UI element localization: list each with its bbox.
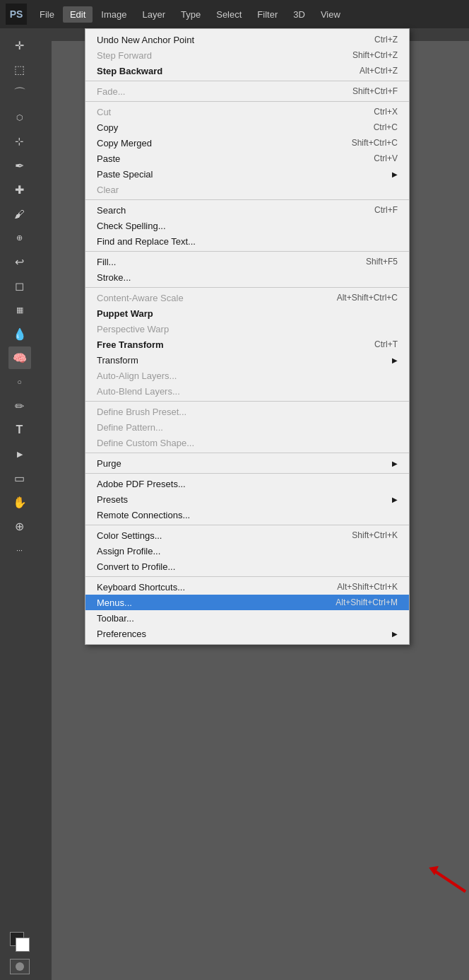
separator-4	[85, 251, 409, 252]
menu-item-search[interactable]: Search Ctrl+F	[85, 202, 409, 218]
tool-healing[interactable]: ✚	[8, 178, 31, 201]
tool-pen[interactable]: ✏	[8, 395, 31, 417]
menu-item-clear[interactable]: Clear	[85, 182, 409, 197]
menu-item-step-forward[interactable]: Step Forward Shift+Ctrl+Z	[85, 47, 409, 63]
menu-item-copy[interactable]: Copy Ctrl+C	[85, 119, 409, 135]
separator-7	[85, 453, 409, 453]
menu-bar: PS File Edit Image Layer Type Select Fil…	[0, 0, 469, 28]
menu-item-paste-special[interactable]: Paste Special ▶	[85, 166, 409, 182]
separator-2	[85, 101, 409, 102]
tool-blur[interactable]: 💧	[8, 322, 31, 345]
menu-item-define-brush[interactable]: Define Brush Preset...	[85, 404, 409, 419]
menu-image[interactable]: Image	[94, 6, 133, 23]
menu-item-auto-blend-layers[interactable]: Auto-Blend Layers...	[85, 383, 409, 399]
menu-item-toolbar[interactable]: Toolbar...	[85, 610, 409, 626]
tool-neural[interactable]: 🧠	[8, 346, 31, 369]
menu-item-assign-profile[interactable]: Assign Profile...	[85, 543, 409, 559]
menu-3d[interactable]: 3D	[286, 6, 312, 23]
menu-item-fill[interactable]: Fill... Shift+F5	[85, 254, 409, 269]
menu-bar-items: File Edit Image Layer Type Select Filter…	[32, 6, 348, 23]
menu-item-copy-merged[interactable]: Copy Merged Shift+Ctrl+C	[85, 135, 409, 151]
tool-move[interactable]: ✛	[8, 34, 31, 57]
tool-type[interactable]: T	[8, 419, 31, 441]
menu-item-check-spelling[interactable]: Check Spelling...	[85, 218, 409, 233]
tool-shape[interactable]: ▭	[8, 467, 31, 489]
separator-6	[85, 401, 409, 402]
menu-item-fade[interactable]: Fade... Shift+Ctrl+F	[85, 83, 409, 99]
menu-item-perspective-warp[interactable]: Perspective Warp	[85, 321, 409, 337]
menu-item-define-custom-shape[interactable]: Define Custom Shape...	[85, 435, 409, 450]
menu-item-purge[interactable]: Purge ▶	[85, 455, 409, 471]
tool-gradient[interactable]: ▦	[8, 298, 31, 321]
tool-clone[interactable]: ⊕	[8, 226, 31, 249]
menu-item-color-settings[interactable]: Color Settings... Shift+Ctrl+K	[85, 527, 409, 543]
menu-item-paste[interactable]: Paste Ctrl+V	[85, 151, 409, 166]
tool-eyedropper[interactable]: ✒	[8, 154, 31, 177]
ruler-vertical	[39, 41, 52, 980]
menu-item-define-pattern[interactable]: Define Pattern...	[85, 419, 409, 435]
menu-item-remote-connections[interactable]: Remote Connections...	[85, 507, 409, 523]
app-logo: PS	[6, 4, 27, 25]
tool-crop[interactable]: ⊹	[8, 130, 31, 153]
tool-mask[interactable]	[10, 959, 30, 974]
menu-item-auto-align-layers[interactable]: Auto-Align Layers...	[85, 368, 409, 383]
tool-quick-select[interactable]: ⬡	[8, 106, 31, 129]
menu-item-keyboard-shortcuts[interactable]: Keyboard Shortcuts... Alt+Shift+Ctrl+K	[85, 579, 409, 595]
tool-hand[interactable]: ✋	[8, 491, 31, 513]
menu-select[interactable]: Select	[209, 6, 249, 23]
color-swatches	[7, 929, 32, 955]
menu-layer[interactable]: Layer	[136, 6, 173, 23]
tool-more[interactable]: ···	[8, 539, 31, 561]
tool-lasso[interactable]: ⌒	[8, 82, 31, 105]
menu-item-find-replace[interactable]: Find and Replace Text...	[85, 233, 409, 249]
tool-path-select[interactable]: ▶	[8, 443, 31, 465]
menu-item-convert-to-profile[interactable]: Convert to Profile...	[85, 559, 409, 574]
separator-10	[85, 576, 409, 577]
separator-8	[85, 473, 409, 474]
menu-item-presets[interactable]: Presets ▶	[85, 491, 409, 507]
menu-item-undo[interactable]: Undo New Anchor Point Ctrl+Z	[85, 32, 409, 47]
menu-item-stroke[interactable]: Stroke...	[85, 269, 409, 285]
menu-item-adobe-pdf-presets[interactable]: Adobe PDF Presets...	[85, 476, 409, 491]
separator-1	[85, 81, 409, 81]
menu-edit[interactable]: Edit	[63, 6, 93, 23]
menu-filter[interactable]: Filter	[250, 6, 285, 23]
edit-dropdown-menu: Undo New Anchor Point Ctrl+Z Step Forwar…	[85, 28, 410, 645]
tool-zoom[interactable]: ⊕	[8, 515, 31, 537]
menu-item-puppet-warp[interactable]: Puppet Warp	[85, 305, 409, 321]
menu-file[interactable]: File	[32, 6, 61, 23]
tool-brush[interactable]: 🖌	[8, 202, 31, 225]
separator-5	[85, 287, 409, 288]
menu-type[interactable]: Type	[174, 6, 208, 23]
menu-item-cut[interactable]: Cut Ctrl+X	[85, 104, 409, 119]
left-toolbar: ✛ ⬚ ⌒ ⬡ ⊹ ✒ ✚ 🖌 ⊕ ↩ ◻ ▦ 💧 🧠 ○ ✏ T ▶ ▭ ✋ …	[0, 28, 39, 980]
menu-item-menus[interactable]: Menus... Alt+Shift+Ctrl+M	[85, 595, 409, 610]
tool-marquee[interactable]: ⬚	[8, 58, 31, 81]
menu-item-content-aware-scale[interactable]: Content-Aware Scale Alt+Shift+Ctrl+C	[85, 290, 409, 305]
background-color[interactable]	[16, 938, 30, 952]
tool-eraser[interactable]: ◻	[8, 274, 31, 297]
tool-dodge[interactable]: ○	[8, 371, 31, 393]
menu-view[interactable]: View	[314, 6, 348, 23]
menu-item-preferences[interactable]: Preferences ▶	[85, 626, 409, 641]
menu-item-free-transform[interactable]: Free Transform Ctrl+T	[85, 337, 409, 352]
menu-item-transform[interactable]: Transform ▶	[85, 352, 409, 368]
separator-3	[85, 199, 409, 200]
menu-item-step-backward[interactable]: Step Backward Alt+Ctrl+Z	[85, 63, 409, 78]
tool-history[interactable]: ↩	[8, 250, 31, 273]
separator-9	[85, 525, 409, 525]
